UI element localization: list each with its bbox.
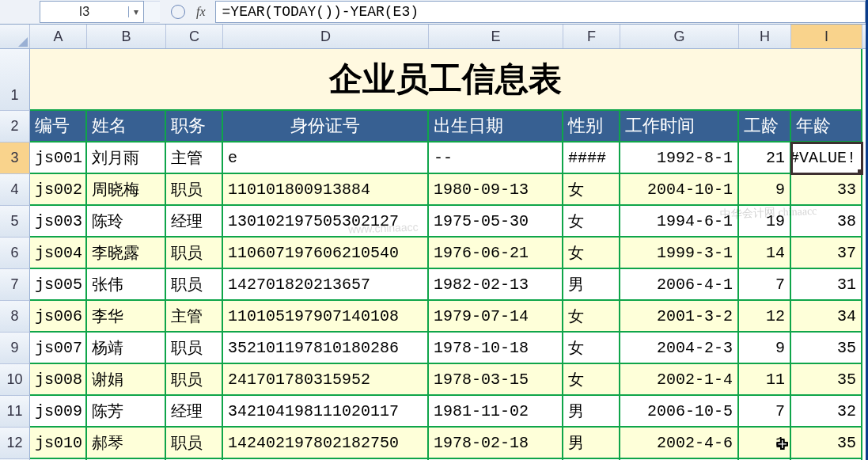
col-header-i[interactable]: I — [791, 25, 862, 48]
cell-role[interactable]: 经理 — [166, 396, 223, 428]
cell-dob[interactable]: 1976-06-21 — [429, 238, 563, 269]
cell-age[interactable]: 35 — [791, 428, 862, 459]
cell-sex[interactable]: #### — [563, 143, 620, 174]
cell-id[interactable]: js009 — [30, 396, 87, 428]
cell-id[interactable]: js001 — [30, 143, 87, 174]
cell-sex[interactable]: 男 — [563, 428, 620, 459]
cell-tenure[interactable]: 7 — [739, 269, 791, 301]
cell-role[interactable]: 职员 — [166, 269, 223, 301]
row-number[interactable]: 9 — [0, 333, 30, 364]
cell-start[interactable]: 2004-2-3 — [620, 333, 739, 364]
cell-tenure[interactable]: 12 — [739, 301, 791, 333]
cell-start[interactable]: 1992-8-1 — [620, 143, 739, 174]
cell-sex[interactable]: 男 — [563, 396, 620, 428]
sheet-title[interactable]: 企业员工信息表 — [30, 49, 862, 111]
cell-sex[interactable]: 男 — [563, 269, 620, 301]
cell-age[interactable]: 34 — [791, 301, 862, 333]
cell-start[interactable]: 2001-3-2 — [620, 301, 739, 333]
cell-dob[interactable]: 1975-05-30 — [429, 206, 563, 238]
cell-start[interactable]: 2006-4-1 — [620, 269, 739, 301]
row-number[interactable]: 8 — [0, 301, 30, 333]
row-number[interactable]: 4 — [0, 174, 30, 206]
col-header-e[interactable]: E — [429, 25, 563, 48]
cell-name[interactable]: 郝琴 — [87, 428, 166, 459]
cell-sex[interactable]: 女 — [563, 206, 620, 238]
select-all-button[interactable] — [0, 25, 30, 48]
cell-sex[interactable]: 女 — [563, 301, 620, 333]
cell-start[interactable]: 1999-3-1 — [620, 238, 739, 269]
col-header-g[interactable]: G — [620, 25, 739, 48]
cell-tenure[interactable]: 9 — [739, 174, 791, 206]
cell-start[interactable]: 2004-10-1 — [620, 174, 739, 206]
cell-dob[interactable]: 1981-11-02 — [429, 396, 563, 428]
header-id[interactable]: 编号 — [30, 111, 87, 143]
col-header-b[interactable]: B — [87, 25, 166, 48]
cell-idnum[interactable]: 130102197505302127 — [223, 206, 429, 238]
cell-start[interactable]: 2006-10-5 — [620, 396, 739, 428]
cell-id[interactable]: js007 — [30, 333, 87, 364]
header-start[interactable]: 工作时间 — [620, 111, 739, 143]
cell-name[interactable]: 李晓露 — [87, 238, 166, 269]
cell-dob[interactable]: 1982-02-13 — [429, 269, 563, 301]
cell-id[interactable]: js006 — [30, 301, 87, 333]
cell-sex[interactable]: 女 — [563, 333, 620, 364]
header-sex[interactable]: 性别 — [563, 111, 620, 143]
name-box-dropdown-icon[interactable]: ▾ — [128, 6, 143, 17]
cell-tenure[interactable]: 1 — [739, 428, 791, 459]
row-number[interactable]: 3 — [0, 143, 30, 174]
cell-idnum[interactable]: 352101197810180286 — [223, 333, 429, 364]
cell-start[interactable]: 1994-6-1 — [620, 206, 739, 238]
formula-input[interactable]: =YEAR(TODAY())-YEAR(E3) — [215, 1, 866, 23]
col-header-f[interactable]: F — [563, 25, 620, 48]
cell-dob[interactable]: -- — [429, 143, 563, 174]
header-tenure[interactable]: 工龄 — [739, 111, 791, 143]
cell-idnum[interactable]: 241701780315952 — [223, 364, 429, 396]
col-header-c[interactable]: C — [166, 25, 223, 48]
row-number[interactable]: 11 — [0, 396, 30, 428]
cell-dob[interactable]: 1978-03-15 — [429, 364, 563, 396]
fx-icon[interactable]: fx — [196, 5, 206, 19]
cell-idnum[interactable]: e — [223, 143, 429, 174]
cell-name[interactable]: 李华 — [87, 301, 166, 333]
cell-name[interactable]: 陈芳 — [87, 396, 166, 428]
cell-name[interactable]: 刘月雨 — [87, 143, 166, 174]
name-box[interactable]: I3 ▾ — [40, 1, 144, 23]
cell-name[interactable]: 陈玲 — [87, 206, 166, 238]
cell-dob[interactable]: 1978-02-18 — [429, 428, 563, 459]
cell-age[interactable]: 35 — [791, 364, 862, 396]
cell-id[interactable]: js004 — [30, 238, 87, 269]
cell-age[interactable]: 38 — [791, 206, 862, 238]
cell-name[interactable]: 谢娟 — [87, 364, 166, 396]
cell-role[interactable]: 主管 — [166, 143, 223, 174]
cell-idnum[interactable]: 110101800913884 — [223, 174, 429, 206]
cell-dob[interactable]: 1979-07-14 — [429, 301, 563, 333]
header-name[interactable]: 姓名 — [87, 111, 166, 143]
cell-name[interactable]: 张伟 — [87, 269, 166, 301]
cell-age[interactable]: 31 — [791, 269, 862, 301]
cell-tenure[interactable]: 21 — [739, 143, 791, 174]
row-number-1[interactable]: 1 — [0, 49, 30, 111]
cell-age[interactable]: 33 — [791, 174, 862, 206]
row-number[interactable]: 12 — [0, 428, 30, 459]
row-number-2[interactable]: 2 — [0, 111, 30, 143]
cell-tenure[interactable]: 9 — [739, 333, 791, 364]
cell-idnum[interactable]: 110105197907140108 — [223, 301, 429, 333]
header-dob[interactable]: 出生日期 — [429, 111, 563, 143]
cell-id[interactable]: js008 — [30, 364, 87, 396]
row-number[interactable]: 6 — [0, 238, 30, 269]
row-number[interactable]: 5 — [0, 206, 30, 238]
col-header-a[interactable]: A — [30, 25, 87, 48]
cell-idnum[interactable]: 110607197606210540 — [223, 238, 429, 269]
cell-idnum[interactable]: 342104198111020117 — [223, 396, 429, 428]
cell-id[interactable]: js005 — [30, 269, 87, 301]
header-age[interactable]: 年龄 — [791, 111, 862, 143]
cell-start[interactable]: 2002-1-4 — [620, 364, 739, 396]
cell-tenure[interactable]: 19 — [739, 206, 791, 238]
cell-age[interactable]: 32 — [791, 396, 862, 428]
cell-tenure[interactable]: 7 — [739, 396, 791, 428]
header-role[interactable]: 职务 — [166, 111, 223, 143]
cell-start[interactable]: 2002-4-6 — [620, 428, 739, 459]
cell-id[interactable]: js010 — [30, 428, 87, 459]
cell-sex[interactable]: 女 — [563, 364, 620, 396]
cell-role[interactable]: 职员 — [166, 428, 223, 459]
